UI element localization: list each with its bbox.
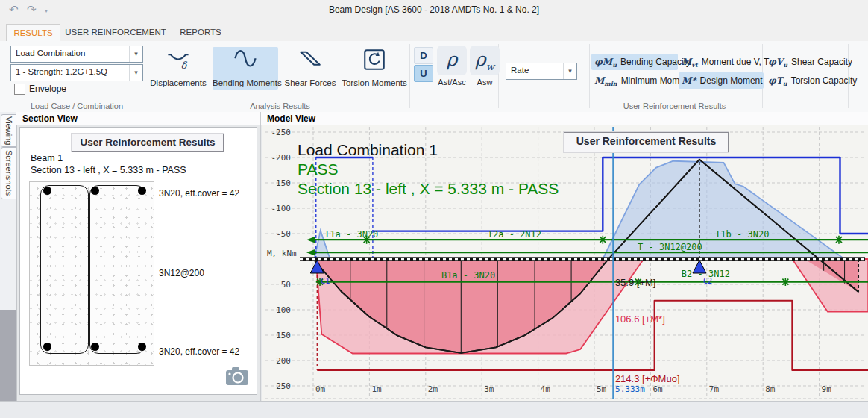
y-axis-tick-label: 250 [276,381,291,391]
y-axis-tick-label: 200 [276,356,291,366]
group-caption-urr: User Reinforcement Results [501,102,848,110]
rho-w-icon: ρw [470,46,500,75]
section-status-line: Section 13 - left , X = 5.333 m - PASS [31,165,186,175]
tab-results[interactable]: RESULTS [6,24,60,41]
chart-annotation: Section 13 - left , X = 5.333 m - PASS [298,180,559,197]
rebar-label: B1a - 3N20 [441,270,495,281]
support-label: C1 [321,277,330,285]
support-label: C2 [703,277,712,285]
design-moment-label: Design Moment [700,75,763,86]
shear-forces-button[interactable]: Shear Forces [282,47,339,90]
chevron-down-icon[interactable]: ▾ [563,63,576,79]
stirrup-label: 3N12@200 [159,268,204,278]
chart-annotation: 106.6 [+M*] [615,314,665,325]
y-axis-tick-label: -100 [271,204,292,213]
y-axis-tick-label: -150 [271,178,292,188]
displacements-button[interactable]: δ Displacements [146,47,210,90]
model-urr-title-button[interactable]: User Reinforcement Results [564,132,729,152]
x-axis-tick-label: 1m [371,384,382,394]
rebar-label: T2a - 2N12 [488,229,541,240]
concrete-cross-section [29,181,154,366]
displacements-label: Displacements [146,78,210,87]
shear-forces-icon [298,47,323,72]
svg-text:δ: δ [180,60,187,71]
shear-forces-label: Shear Forces [282,78,339,87]
rebar-dot [43,187,51,195]
M-min-icon: Mmin [594,75,617,86]
shear-capacity-button[interactable]: φVuShear Capacity [765,54,849,70]
tab-reports[interactable]: REPORTS [174,24,227,40]
load-type-combo[interactable]: Load Combination ▾ [10,46,143,63]
chart-annotation: 214.3 [+ΦMuo] [615,373,680,384]
rebar-arrow-icon [306,237,315,243]
rebar-arrow-icon [306,249,315,256]
group-caption-load-case: Load Case / Combination [7,102,146,110]
rebar-dot [138,187,146,195]
rebar-label: T1b - 3N20 [715,229,769,240]
sidebar-tab-viewing[interactable]: Viewing [1,114,16,147]
ribbon: Load Combination ▾ 1 - Strength: 1.2G+1.… [0,41,868,113]
envelope-checkbox[interactable] [14,84,25,95]
section-view-header: Section View [16,112,260,125]
torsion-moments-label: Torsion Moments [342,78,407,87]
torsion-capacity-label: Torsion Capacity [791,75,858,86]
chart-annotation: 35.9 [+M] [615,277,656,288]
ribbon-separator [589,44,590,108]
group-caption-analysis: Analysis Results [151,102,409,110]
design-moment-u-button[interactable]: U [414,65,433,82]
torsion-moments-button[interactable]: Torsion Moments [342,47,407,90]
design-moment-d-button[interactable]: D [414,47,433,64]
left-sidebar: Viewing Screenshots [0,112,17,409]
stirrup-right [89,185,145,354]
rebar-label: T1a - 3N20 [324,229,378,240]
camera-screenshot-button[interactable] [224,366,250,386]
beam-name: Beam 1 [31,153,63,163]
ribbon-separator [409,44,410,108]
load-case-combo-value: 1 - Strength: 1.2G+1.5Q [16,67,107,76]
moment-due-vt-button[interactable]: MvtMoment due V, T [679,54,764,70]
chevron-down-icon[interactable]: ▾ [129,46,142,62]
envelope-checkbox-label: Envelope [29,84,66,94]
moment-due-vt-label: Moment due V, T [702,57,770,67]
model-view-header: Model View [261,112,868,125]
bending-capacity-button[interactable]: φMuBending Capacity [591,54,678,70]
asw-label: Asw [470,78,500,87]
minimum-moment-button[interactable]: MminMinimum Moment [591,72,678,89]
design-moment-button[interactable]: M*Design Moment [679,72,764,89]
torsion-capacity-button[interactable]: φTuTorsion Capacity [765,72,849,89]
x-axis-tick-label: 7m [709,384,720,394]
rebar-label: T - 3N12@200 [638,242,702,252]
y-axis-tick-label: 50 [281,280,291,290]
M-vt-icon: Mvt [682,57,698,67]
bending-moments-button[interactable]: Bending Moments [213,47,278,90]
displacements-icon: δ [166,47,191,72]
rate-combo[interactable]: Rate ▾ [506,63,577,80]
x-axis-tick-label: 2m [428,384,438,394]
tab-user-reinforcement[interactable]: USER REINFORCEMENT [64,24,167,40]
rebar-dot [91,187,99,195]
y-axis-tick-label: 150 [276,331,291,340]
rebar-dot [138,343,146,351]
ast-asc-button[interactable]: ρ Ast/Asc [437,46,467,87]
stirrup-left [40,185,89,354]
rebar-dot [43,343,51,351]
section-urr-title-button[interactable]: User Reinforcement Results [72,134,224,152]
x-axis-tick-label: 6m [652,384,663,394]
load-case-combo[interactable]: 1 - Strength: 1.2G+1.5Q ▾ [10,64,143,81]
y-axis-tick-label: -200 [271,153,292,163]
chevron-down-icon[interactable]: ▾ [129,65,142,81]
cursor-position-label: 5.333m [615,384,645,394]
y-axis-title: M, kNm [267,249,297,258]
status-bar [0,401,868,418]
y-axis-tick-label: -250 [271,128,292,137]
ribbon-tab-row: RESULTS USER REINFORCEMENT REPORTS [0,21,868,41]
ast-asc-label: Ast/Asc [437,78,467,87]
x-axis-tick-label: 0m [315,384,326,394]
section-view-panel: User Reinforcement Results Beam 1 Sectio… [19,127,257,395]
sidebar-tab-screenshots[interactable]: Screenshots [1,147,16,199]
asw-button[interactable]: ρw Asw [470,46,500,87]
y-axis-tick-label: 100 [276,305,291,315]
window-title: Beam Design [AS 3600 - 2018 AMDTs No. 1 … [0,4,868,15]
panel-divider [260,112,261,401]
load-type-combo-value: Load Combination [16,49,85,57]
